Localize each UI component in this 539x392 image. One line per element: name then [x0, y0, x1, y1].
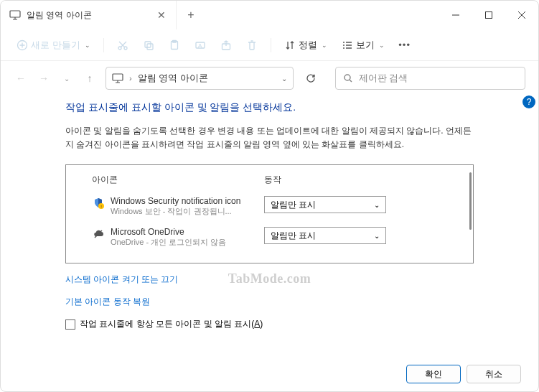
system-icons-link[interactable]: 시스템 아이콘 켜기 또는 끄기: [65, 274, 474, 286]
restore-defaults-link[interactable]: 기본 아이콘 동작 복원: [65, 296, 474, 308]
table-row: ! Windows Security notification icon Win…: [92, 196, 447, 217]
always-show-checkbox[interactable]: [65, 319, 75, 330]
svg-rect-4: [486, 12, 492, 19]
shield-icon: !: [92, 197, 105, 209]
help-icon[interactable]: ?: [522, 95, 535, 108]
cancel-button[interactable]: 취소: [467, 365, 521, 383]
close-button[interactable]: [505, 1, 538, 29]
window-controls: [439, 1, 538, 29]
share-button[interactable]: [215, 35, 238, 55]
trash-icon: [246, 39, 258, 51]
footer: 확인 취소: [1, 357, 538, 391]
titlebar: 알림 영역 아이콘 ✕ +: [1, 1, 538, 29]
breadcrumb-sep: ›: [129, 74, 132, 83]
more-button[interactable]: •••: [393, 35, 416, 55]
maximize-button[interactable]: [472, 1, 505, 29]
sort-icon: [284, 39, 296, 51]
address-bar[interactable]: › 알림 영역 아이콘 ⌄: [106, 67, 294, 90]
cut-button[interactable]: [111, 35, 134, 55]
content-area: ? 작업 표시줄에 표시할 아이콘 및 알림을 선택하세요. 아이콘 및 알림을…: [1, 95, 538, 357]
row-title: Microsoft OneDrive: [111, 227, 264, 237]
new-tab-button[interactable]: +: [177, 1, 205, 29]
forward-button[interactable]: →: [37, 73, 51, 84]
close-tab-icon[interactable]: ✕: [156, 9, 167, 21]
monitor-icon: [9, 9, 21, 21]
scrollbar[interactable]: [463, 165, 473, 263]
up-button[interactable]: ↑: [83, 73, 97, 84]
action-select[interactable]: 알림만 표시 ⌄: [264, 196, 386, 213]
column-action-header: 동작: [264, 174, 281, 186]
chevron-down-icon: ⌄: [374, 232, 380, 240]
row-subtitle: Windows 보안 - 작업이 권장됩니...: [111, 206, 264, 217]
recent-button[interactable]: ⌄: [60, 75, 74, 83]
paste-button[interactable]: [163, 35, 186, 55]
rename-button[interactable]: A: [189, 35, 212, 55]
back-button[interactable]: ←: [14, 73, 28, 84]
svg-rect-15: [147, 44, 153, 50]
table-row: Microsoft OneDrive OneDrive - 개인 로그인되지 않…: [92, 227, 447, 248]
scissors-icon: [117, 39, 128, 51]
table-header: 아이콘 동작: [92, 174, 447, 186]
sort-button[interactable]: 정렬 ⌄: [278, 34, 333, 56]
search-placeholder: 제어판 검색: [359, 72, 408, 85]
rename-icon: A: [194, 39, 206, 51]
delete-button[interactable]: [240, 35, 263, 55]
more-icon: •••: [399, 39, 411, 51]
page-heading: 작업 표시줄에 표시할 아이콘 및 알림을 선택하세요.: [65, 101, 474, 114]
always-show-checkbox-row: 작업 표시줄에 항상 모든 아이콘 및 알림 표시(A): [65, 318, 474, 330]
navbar: ← → ⌄ ↑ › 알림 영역 아이콘 ⌄ 제어판 검색: [1, 61, 538, 95]
row-subtitle: OneDrive - 개인 로그인되지 않음: [111, 237, 264, 248]
new-button[interactable]: 새로 만들기 ⌄: [11, 34, 96, 56]
view-button[interactable]: 보기 ⌄: [336, 34, 390, 56]
chevron-down-icon: ⌄: [374, 201, 380, 209]
share-icon: [220, 39, 232, 51]
toolbar: 새로 만들기 ⌄ A 정렬 ⌄ 보기 ⌄ •••: [1, 29, 538, 61]
view-icon: [342, 39, 353, 51]
svg-line-31: [350, 80, 352, 82]
copy-icon: [143, 39, 154, 51]
chevron-down-icon: ⌄: [85, 42, 90, 49]
tab-title: 알림 영역 아이콘: [27, 9, 150, 22]
minimize-button[interactable]: [439, 1, 472, 29]
cloud-icon: [92, 228, 105, 240]
icon-table: 아이콘 동작 ! Windows Security notification i…: [65, 164, 474, 263]
chevron-down-icon: ⌄: [322, 42, 327, 49]
active-tab[interactable]: 알림 영역 아이콘 ✕: [1, 1, 177, 29]
svg-rect-27: [113, 74, 123, 80]
monitor-icon: [112, 73, 123, 84]
svg-point-10: [118, 47, 121, 50]
ok-button[interactable]: 확인: [406, 365, 461, 383]
svg-rect-0: [10, 11, 20, 17]
clipboard-icon: [169, 39, 180, 51]
scrollbar-thumb[interactable]: [469, 172, 472, 230]
svg-point-30: [345, 75, 350, 80]
chevron-down-icon: ⌄: [379, 42, 385, 49]
svg-point-11: [124, 47, 127, 50]
svg-rect-14: [145, 42, 151, 47]
search-icon: [343, 73, 353, 83]
page-description: 아이콘 및 알림을 숨기도록 선택한 경우 변경 내용 또는 업데이트에 대한 …: [65, 124, 474, 151]
action-select[interactable]: 알림만 표시 ⌄: [264, 227, 386, 244]
copy-button[interactable]: [137, 35, 160, 55]
svg-text:A: A: [198, 42, 202, 49]
chevron-down-icon[interactable]: ⌄: [281, 75, 287, 83]
checkbox-label[interactable]: 작업 표시줄에 항상 모든 아이콘 및 알림 표시(A): [80, 318, 263, 330]
plus-circle-icon: [17, 39, 28, 51]
column-icon-header: 아이콘: [92, 174, 264, 186]
refresh-button[interactable]: [305, 73, 319, 84]
row-title: Windows Security notification icon: [111, 196, 264, 206]
search-box[interactable]: 제어판 검색: [335, 67, 526, 90]
location-text: 알림 영역 아이콘: [138, 72, 276, 85]
